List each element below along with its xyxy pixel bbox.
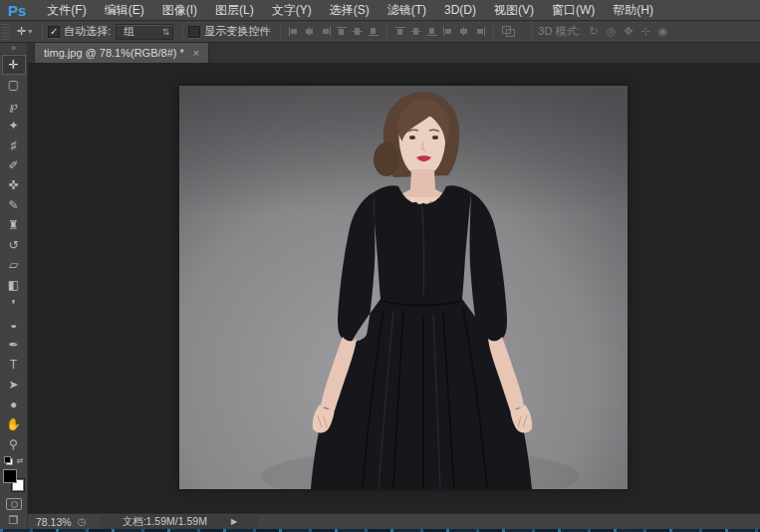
align-bottom-edges-icon[interactable]: [368, 26, 380, 37]
ellipse-tool[interactable]: ●: [2, 395, 26, 414]
crop-icon: ♯: [11, 138, 17, 152]
3d-slide-camera-icon[interactable]: ⊹: [641, 25, 650, 38]
menu-image[interactable]: 图像(I): [153, 0, 206, 20]
auto-align-layers-icon[interactable]: [502, 26, 515, 37]
3d-rotate-camera-icon[interactable]: ↻: [589, 25, 598, 38]
gradient-tool[interactable]: ◧: [2, 275, 26, 295]
path-select-icon: ➤: [8, 378, 18, 392]
quick-selection-tool[interactable]: ✦: [2, 116, 26, 135]
hand-tool[interactable]: ✋: [2, 414, 26, 434]
document-tab[interactable]: timg.jpg @ 78.1%(RGB/8#) * ×: [34, 43, 209, 63]
brush-tool[interactable]: ✎: [2, 195, 26, 215]
align-right-edges-icon[interactable]: [320, 26, 332, 37]
document-tab-bar: timg.jpg @ 78.1%(RGB/8#) * ×: [28, 43, 760, 63]
auto-select-label: 自动选择:: [64, 24, 111, 39]
lasso-tool[interactable]: ℘: [2, 96, 26, 116]
history-brush-tool[interactable]: ↺: [2, 235, 26, 255]
marquee-icon: ▢: [8, 78, 19, 92]
move-icon: ✛: [8, 58, 18, 72]
blur-drop-icon: ❜: [12, 298, 16, 312]
eraser-tool[interactable]: ▱: [2, 255, 26, 275]
dodge-icon: ◒: [10, 318, 17, 332]
default-colors-icon[interactable]: [4, 456, 13, 465]
auto-select-target-dropdown[interactable]: 组 ⇅: [116, 24, 173, 40]
zoom-level-field[interactable]: 78.13%: [28, 516, 78, 528]
document-tab-title: timg.jpg @ 78.1%(RGB/8#) *: [44, 47, 184, 59]
menu-layer[interactable]: 图层(L): [206, 0, 263, 20]
show-transform-checkbox[interactable]: [188, 26, 200, 38]
menu-filter[interactable]: 滤镜(T): [379, 0, 435, 20]
menu-view[interactable]: 视图(V): [485, 0, 543, 20]
align-vertical-centers-icon[interactable]: [352, 26, 364, 37]
3d-roll-camera-icon[interactable]: ◎: [607, 25, 617, 38]
move-tool-icon: ✛: [17, 25, 26, 38]
tool-preset-picker[interactable]: ✛ ▾: [12, 24, 37, 39]
healing-brush-icon: ✜: [8, 178, 18, 192]
spinner-icon: ⇅: [162, 27, 170, 37]
menu-edit[interactable]: 编辑(E): [96, 0, 153, 20]
clone-stamp-tool[interactable]: ♜: [2, 215, 26, 235]
quick-mask-button[interactable]: [6, 498, 22, 510]
3d-mode-label: 3D 模式:: [538, 24, 580, 39]
distribute-horizontal-centers-icon[interactable]: [458, 26, 470, 37]
auto-select-target-value: 组: [124, 24, 134, 39]
gradient-icon: ◧: [8, 278, 19, 292]
eyedropper-tool[interactable]: ✐: [2, 155, 26, 175]
swap-colors-icon[interactable]: ⇄: [17, 456, 24, 465]
zoom-tool[interactable]: ⚲: [2, 434, 26, 454]
magnifier-icon: ⚲: [9, 437, 18, 451]
options-bar-grip[interactable]: [2, 24, 9, 40]
close-icon[interactable]: ×: [193, 48, 199, 59]
brush-icon: ✎: [8, 198, 18, 212]
rectangular-marquee-tool[interactable]: ▢: [2, 75, 26, 95]
tool-options-bar: ✛ ▾ ✓ 自动选择: 组 ⇅ 显示变换控件 3D 模式: ↻ ◎ ✥ ⊹ ◉: [0, 21, 760, 43]
screen-mode-button[interactable]: ❐: [9, 514, 19, 529]
dodge-tool[interactable]: ◒: [2, 315, 26, 335]
photo-woman-in-black-dress: [179, 86, 628, 489]
pen-tool[interactable]: ✒: [2, 335, 26, 355]
distribute-right-edges-icon[interactable]: [474, 26, 486, 37]
distribute-left-edges-icon[interactable]: [442, 26, 454, 37]
document-size-label: 文档:1.59M/1.59M: [123, 515, 207, 529]
move-tool[interactable]: ✛: [2, 55, 26, 75]
hand-icon: ✋: [6, 417, 21, 431]
menu-window[interactable]: 窗口(W): [543, 0, 604, 20]
align-left-edges-icon[interactable]: [288, 26, 300, 37]
tools-panel-collapse[interactable]: »: [0, 43, 27, 55]
canvas-area[interactable]: [28, 63, 760, 513]
color-swatches: [2, 469, 26, 494]
document-image[interactable]: [179, 86, 628, 489]
status-flyout-arrow-icon[interactable]: ▶: [231, 517, 237, 526]
menu-type[interactable]: 文字(Y): [263, 0, 321, 20]
align-horizontal-centers-icon[interactable]: [304, 26, 316, 37]
path-selection-tool[interactable]: ➤: [2, 375, 26, 395]
crop-tool[interactable]: ♯: [2, 135, 26, 155]
eraser-icon: ▱: [9, 258, 18, 272]
tools-panel: » ✛ ▢ ℘ ✦ ♯ ✐ ✜ ✎ ♜ ↺ ▱ ◧ ❜ ◒ ✒ T ➤ ● ✋ …: [0, 43, 28, 529]
status-clock-icon: ◷: [78, 516, 87, 527]
show-transform-label: 显示变换控件: [204, 24, 270, 39]
menu-file[interactable]: 文件(F): [38, 0, 95, 20]
3d-pan-camera-icon[interactable]: ✥: [624, 25, 633, 38]
distribute-bottom-edges-icon[interactable]: [426, 26, 438, 37]
menu-select[interactable]: 选择(S): [321, 0, 379, 20]
eyedropper-icon: ✐: [8, 158, 18, 172]
distribute-vertical-centers-icon[interactable]: [410, 26, 422, 37]
separator: [280, 24, 281, 40]
chevron-down-icon: ▾: [28, 27, 32, 36]
photoshop-logo: Ps: [0, 2, 38, 19]
auto-select-checkbox[interactable]: ✓: [48, 26, 60, 38]
blur-tool[interactable]: ❜: [2, 295, 26, 315]
separator: [386, 24, 387, 40]
history-brush-icon: ↺: [8, 238, 18, 252]
document-info[interactable]: 文档:1.59M/1.59M ▶: [100, 515, 259, 529]
align-top-edges-icon[interactable]: [336, 26, 348, 37]
spot-healing-brush-tool[interactable]: ✜: [2, 175, 26, 195]
menu-3d[interactable]: 3D(D): [435, 0, 485, 20]
3d-zoom-camera-icon[interactable]: ◉: [658, 25, 668, 38]
separator: [532, 24, 533, 40]
foreground-color-swatch[interactable]: [3, 469, 17, 483]
type-tool[interactable]: T: [2, 355, 26, 375]
distribute-top-edges-icon[interactable]: [394, 26, 406, 37]
menu-help[interactable]: 帮助(H): [604, 0, 662, 20]
